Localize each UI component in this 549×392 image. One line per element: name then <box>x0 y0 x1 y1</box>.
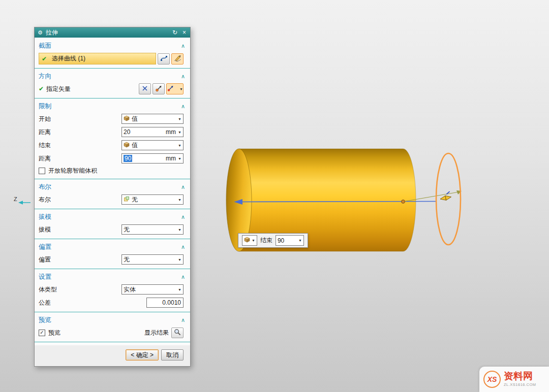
group-limits: 限制 ∧ 开始 值 ▼ <box>35 100 190 180</box>
end-distance-value[interactable]: 90 <box>124 155 132 162</box>
dropdown-arrow-icon[interactable]: ▼ <box>178 117 181 121</box>
reset-icon[interactable]: ↻ <box>171 29 178 36</box>
group-direction: 方向 ∧ ✔ 指定矢量 <box>35 70 190 100</box>
z-axis-label: Z <box>14 196 17 202</box>
collapse-chevron-icon[interactable]: ∧ <box>181 73 185 80</box>
body-type-value: 实体 <box>124 285 176 294</box>
group-title: 设置 <box>39 273 51 281</box>
unit-dropdown-arrow-icon[interactable]: ▼ <box>178 157 181 160</box>
offset-dropdown[interactable]: 无 ▼ <box>121 254 184 265</box>
tolerance-field[interactable]: 0.0010 <box>146 298 184 308</box>
group-offset: 偏置 ∧ 偏置 无 ▼ <box>35 240 190 270</box>
ok-button[interactable]: < 确定 > <box>126 349 159 361</box>
unit-dropdown-arrow-icon[interactable]: ▼ <box>178 130 181 134</box>
group-title: 截面 <box>39 42 51 50</box>
dropdown-arrow-icon[interactable]: ▼ <box>178 288 181 291</box>
vector-type-dropdown[interactable]: ▼ <box>166 83 184 94</box>
settings-group-header[interactable]: 设置 ∧ <box>35 270 190 283</box>
group-draft: 拔模 ∧ 拔模 无 ▼ <box>35 210 190 240</box>
collapse-chevron-icon[interactable]: ∧ <box>181 244 185 250</box>
limits-group-header[interactable]: 限制 ∧ <box>35 100 190 112</box>
draft-dropdown[interactable]: 无 ▼ <box>121 224 184 235</box>
watermark: XS 资料网 ZL.XS1616.COM <box>479 367 549 392</box>
end-value-dropdown[interactable]: 90 ▼ <box>276 235 304 246</box>
dropdown-arrow-icon[interactable]: ▼ <box>178 228 181 232</box>
offset-group-header[interactable]: 偏置 ∧ <box>35 240 190 253</box>
collapse-chevron-icon[interactable]: ∧ <box>181 317 185 323</box>
check-icon: ✔ <box>39 85 44 92</box>
end-value[interactable]: 90 <box>278 237 297 244</box>
cube-icon <box>124 115 130 123</box>
section-separator <box>35 68 190 69</box>
body-type-dropdown[interactable]: 实体 ▼ <box>121 284 184 295</box>
start-limit-dropdown[interactable]: 值 ▼ <box>121 114 184 124</box>
dialog-titlebar[interactable]: ⚙ 拉伸 ↻ × <box>35 27 190 38</box>
curve-list-button[interactable] <box>158 53 170 64</box>
draft-group-header[interactable]: 拔模 ∧ <box>35 210 190 223</box>
end-distance-field[interactable]: 90 mm ▼ <box>121 153 184 164</box>
start-row: 开始 值 ▼ <box>35 112 190 125</box>
end-limit-option: 值 <box>132 141 176 150</box>
reverse-direction-button[interactable] <box>152 83 165 94</box>
collapse-chevron-icon[interactable]: ∧ <box>181 184 185 190</box>
start-unit-label: mm <box>166 128 176 136</box>
vector-dialog-button[interactable] <box>139 83 151 94</box>
preview-group-header[interactable]: 预览 ∧ <box>35 313 190 326</box>
show-result-button[interactable] <box>171 328 184 338</box>
dropdown-arrow-icon[interactable]: ▼ <box>178 144 181 147</box>
cancel-button[interactable]: 取消 <box>161 349 184 361</box>
select-curve-row: ✔ 选择曲线 (1) <box>35 52 190 66</box>
open-profile-checkbox[interactable] <box>39 168 45 174</box>
collapse-chevron-icon[interactable]: ∧ <box>181 214 185 220</box>
end-unit-label: mm <box>166 155 176 162</box>
section-separator <box>35 209 190 209</box>
specify-vector-row: ✔ 指定矢量 <box>35 82 190 95</box>
group-title: 布尔 <box>39 183 51 191</box>
dialog-footer: < 确定 > 取消 <box>35 345 190 366</box>
boolean-group-header[interactable]: 布尔 ∧ <box>35 180 190 193</box>
group-preview: 预览 ∧ ✓ 预览 显示结果 <box>35 313 190 343</box>
dropdown-arrow-icon[interactable]: ▼ <box>252 239 255 242</box>
limit-mode-dropdown[interactable]: ▼ <box>242 235 257 246</box>
boolean-dropdown[interactable]: 无 ▼ <box>121 194 184 205</box>
boolean-row: 布尔 无 ▼ <box>35 193 190 206</box>
preview-label: 预览 <box>48 329 60 337</box>
dialog-body: 截面 ∧ ✔ 选择曲线 (1) <box>35 38 190 345</box>
boolean-label: 布尔 <box>39 195 121 204</box>
boolean-none-icon <box>124 196 130 204</box>
end-distance-label: 距离 <box>39 154 121 163</box>
section-separator <box>35 179 190 179</box>
start-distance-row: 距离 20 mm ▼ <box>35 125 190 139</box>
close-icon[interactable]: × <box>181 29 187 36</box>
vector-dialog-icon <box>141 85 148 93</box>
start-distance-field[interactable]: 20 mm ▼ <box>121 127 184 137</box>
collapse-chevron-icon[interactable]: ∧ <box>181 274 185 280</box>
group-section: 截面 ∧ ✔ 选择曲线 (1) <box>35 39 190 70</box>
select-curve-field[interactable]: ✔ 选择曲线 (1) <box>39 53 156 64</box>
group-title: 限制 <box>39 102 51 111</box>
start-distance-value[interactable]: 20 <box>124 128 164 136</box>
sketch-section-button[interactable] <box>171 53 184 64</box>
dropdown-arrow-icon[interactable]: ▼ <box>178 198 181 202</box>
cube-icon <box>244 237 250 244</box>
direction-group-header[interactable]: 方向 ∧ <box>35 70 190 82</box>
end-limit-dropdown[interactable]: 值 ▼ <box>121 140 184 150</box>
end-label: 结束 <box>39 141 121 150</box>
section-group-header[interactable]: 截面 ∧ <box>35 39 190 52</box>
group-boolean: 布尔 ∧ 布尔 无 ▼ <box>35 180 190 210</box>
group-title: 预览 <box>39 316 51 324</box>
tolerance-value[interactable]: 0.0010 <box>162 299 181 306</box>
sketch-pencil-icon <box>174 54 181 63</box>
collapse-chevron-icon[interactable]: ∧ <box>181 43 185 49</box>
offset-value: 无 <box>124 255 176 264</box>
collapse-chevron-icon[interactable]: ∧ <box>181 103 185 110</box>
section-separator <box>35 269 190 269</box>
magnifier-icon <box>174 329 181 337</box>
dropdown-arrow-icon[interactable]: ▼ <box>298 239 302 242</box>
start-distance-label: 距离 <box>39 128 121 137</box>
preview-checkbox[interactable]: ✓ <box>39 330 45 336</box>
draft-label: 拔模 <box>39 225 121 234</box>
extrude-dialog: ⚙ 拉伸 ↻ × 截面 ∧ ✔ 选择曲线 (1) <box>34 27 191 367</box>
dropdown-arrow-icon[interactable]: ▼ <box>179 87 183 91</box>
dropdown-arrow-icon[interactable]: ▼ <box>178 258 181 262</box>
